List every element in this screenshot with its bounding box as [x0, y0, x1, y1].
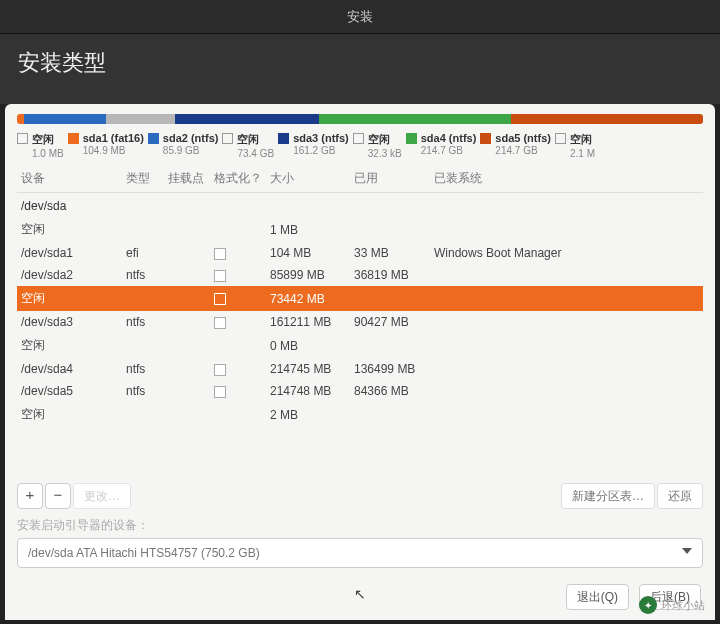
format-checkbox[interactable] [214, 293, 226, 305]
legend-swatch-icon [555, 133, 566, 144]
legend-item: sda4 (ntfs)214.7 GB [406, 132, 477, 159]
table-header-row: 设备 类型 挂载点 格式化？ 大小 已用 已装系统 [17, 165, 703, 193]
legend-item: 空闲73.4 GB [222, 132, 274, 159]
change-partition-button[interactable]: 更改… [73, 483, 131, 509]
table-row[interactable]: /dev/sda5ntfs 214748 MB84366 MB [17, 380, 703, 402]
legend-item: 空闲1.0 MB [17, 132, 64, 159]
legend-item: sda5 (ntfs)214.7 GB [480, 132, 551, 159]
format-checkbox[interactable] [214, 248, 226, 260]
legend-swatch-icon [278, 133, 289, 144]
cursor-icon: ↖ [354, 586, 366, 602]
legend-swatch-icon [406, 133, 417, 144]
col-format: 格式化？ [210, 165, 266, 193]
chevron-down-icon [682, 548, 692, 554]
table-row[interactable]: 空闲 0 MB [17, 333, 703, 358]
table-row[interactable]: /dev/sda2ntfs 85899 MB36819 MB [17, 264, 703, 286]
window-title: 安装 [0, 0, 720, 34]
legend-swatch-icon [148, 133, 159, 144]
bootloader-label: 安装启动引导器的设备： [17, 517, 703, 534]
table-row[interactable]: 空闲 1 MB [17, 217, 703, 242]
col-used: 已用 [350, 165, 430, 193]
table-row[interactable]: /dev/sda1efi 104 MB33 MBWindows Boot Man… [17, 242, 703, 264]
legend-item: sda3 (ntfs)161.2 GB [278, 132, 349, 159]
legend-swatch-icon [222, 133, 233, 144]
format-checkbox[interactable] [214, 386, 226, 398]
page-title: 安装类型 [0, 34, 720, 104]
col-device: 设备 [17, 165, 122, 193]
table-row-selected[interactable]: 空闲 73442 MB [17, 286, 703, 311]
table-row[interactable]: /dev/sda3ntfs 161211 MB90427 MB [17, 311, 703, 333]
partition-panel: 空闲1.0 MB sda1 (fat16)104.9 MB sda2 (ntfs… [5, 104, 715, 620]
legend-item: 空闲32.3 kB [353, 132, 402, 159]
table-row[interactable]: 空闲 2 MB [17, 402, 703, 427]
legend-swatch-icon [480, 133, 491, 144]
legend-swatch-icon [353, 133, 364, 144]
legend-swatch-icon [68, 133, 79, 144]
quit-button[interactable]: 退出(Q) [566, 584, 629, 610]
legend-item: sda2 (ntfs)85.9 GB [148, 132, 219, 159]
partition-usage-bar [17, 114, 703, 124]
legend-item: sda1 (fat16)104.9 MB [68, 132, 144, 159]
table-row[interactable]: /dev/sda [17, 193, 703, 218]
table-row[interactable]: /dev/sda4ntfs 214745 MB136499 MB [17, 358, 703, 380]
col-size: 大小 [266, 165, 350, 193]
partition-legend: 空闲1.0 MB sda1 (fat16)104.9 MB sda2 (ntfs… [17, 132, 703, 159]
col-system: 已装系统 [430, 165, 703, 193]
partition-table[interactable]: 设备 类型 挂载点 格式化？ 大小 已用 已装系统 /dev/sda 空闲 1 … [17, 165, 703, 427]
revert-button[interactable]: 还原 [657, 483, 703, 509]
back-button[interactable]: 后退(B) [639, 584, 701, 610]
add-partition-button[interactable]: + [17, 483, 43, 509]
format-checkbox[interactable] [214, 317, 226, 329]
remove-partition-button[interactable]: − [45, 483, 71, 509]
bootloader-device-select[interactable]: /dev/sda ATA Hitachi HTS54757 (750.2 GB) [17, 538, 703, 568]
legend-swatch-icon [17, 133, 28, 144]
col-mount: 挂载点 [164, 165, 210, 193]
new-partition-table-button[interactable]: 新建分区表… [561, 483, 655, 509]
format-checkbox[interactable] [214, 364, 226, 376]
legend-item: 空闲2.1 M [555, 132, 595, 159]
col-type: 类型 [122, 165, 164, 193]
format-checkbox[interactable] [214, 270, 226, 282]
